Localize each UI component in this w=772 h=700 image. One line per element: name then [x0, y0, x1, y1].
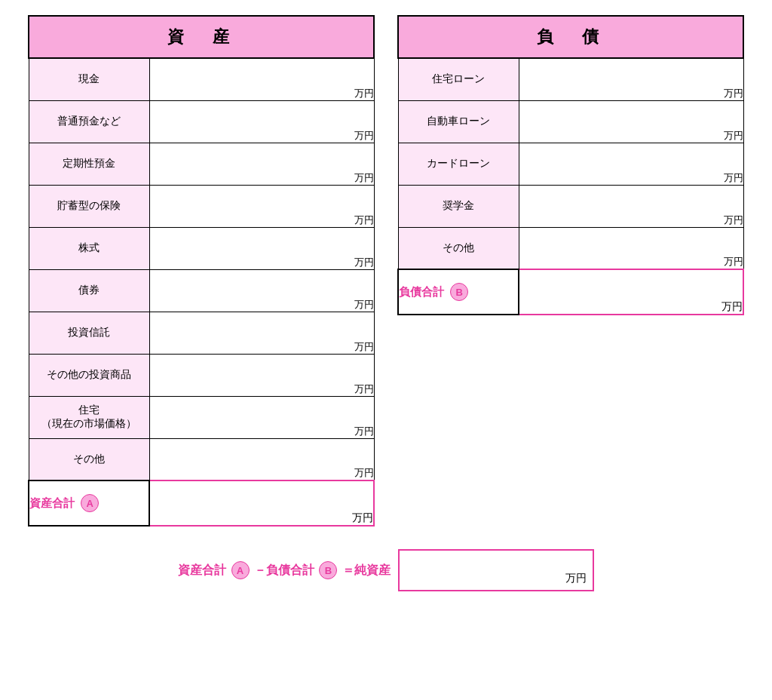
liabilities-table: 負 債 住宅ローン 万円 自動車ローン 万円 カードローン 万円 奨学金 万円 … — [397, 15, 744, 315]
assets-label-8: 住宅（現在の市場価格） — [29, 396, 149, 438]
liabilities-value-3: 万円 — [519, 185, 743, 227]
assets-row: 現金 万円 — [29, 58, 374, 100]
net-assets-box: 万円 — [398, 549, 594, 591]
liabilities-label-3: 奨学金 — [398, 185, 519, 227]
assets-label-0: 現金 — [29, 58, 149, 100]
liabilities-total-value: 万円 — [519, 269, 743, 315]
assets-row: 株式 万円 — [29, 227, 374, 269]
assets-label-6: 投資信託 — [29, 312, 149, 354]
liabilities-label-2: カードローン — [398, 143, 519, 185]
assets-value-6: 万円 — [149, 312, 374, 354]
assets-table: 資 産 現金 万円 普通預金など 万円 定期性預金 万円 貯蓄型の保険 万円 株… — [28, 15, 375, 527]
assets-row: 投資信託 万円 — [29, 312, 374, 354]
liabilities-label-1: 自動車ローン — [398, 100, 519, 143]
liabilities-badge-b: B — [450, 283, 468, 301]
liabilities-value-4: 万円 — [519, 227, 743, 269]
assets-value-8: 万円 — [149, 396, 374, 438]
assets-row: 貯蓄型の保険 万円 — [29, 185, 374, 227]
assets-row: その他の投資商品 万円 — [29, 354, 374, 396]
assets-label-7: その他の投資商品 — [29, 354, 149, 396]
assets-row: 債券 万円 — [29, 269, 374, 312]
liabilities-row: カードローン 万円 — [398, 143, 743, 185]
liabilities-total-row: 負債合計 B 万円 — [398, 269, 743, 315]
assets-row: 住宅（現在の市場価格） 万円 — [29, 396, 374, 438]
assets-label-2: 定期性預金 — [29, 143, 149, 185]
formula-text: 資産合計 A －負債合計 B ＝純資産 — [178, 561, 391, 579]
assets-value-5: 万円 — [149, 269, 374, 312]
main-container: 資 産 現金 万円 普通預金など 万円 定期性預金 万円 貯蓄型の保険 万円 株… — [15, 15, 757, 527]
formula-badge-b: B — [319, 561, 337, 579]
assets-value-2: 万円 — [149, 143, 374, 185]
assets-row: 定期性預金 万円 — [29, 143, 374, 185]
assets-value-0: 万円 — [149, 58, 374, 100]
assets-total-row: 資産合計 A 万円 — [29, 480, 374, 526]
liabilities-value-0: 万円 — [519, 58, 743, 100]
assets-badge-a: A — [81, 494, 99, 512]
formula-badge-a: A — [231, 561, 250, 579]
liabilities-row: 自動車ローン 万円 — [398, 100, 743, 143]
liabilities-value-2: 万円 — [519, 143, 743, 185]
assets-value-4: 万円 — [149, 227, 374, 269]
assets-value-9: 万円 — [149, 438, 374, 480]
assets-value-3: 万円 — [149, 185, 374, 227]
formula-row: 資産合計 A －負債合計 B ＝純資産 万円 — [15, 549, 757, 591]
liabilities-header: 負 債 — [398, 16, 743, 58]
assets-row: その他 万円 — [29, 438, 374, 480]
assets-total-label: 資産合計 A — [29, 480, 149, 526]
liabilities-label-0: 住宅ローン — [398, 58, 519, 100]
liabilities-row: 奨学金 万円 — [398, 185, 743, 227]
assets-label-5: 債券 — [29, 269, 149, 312]
liabilities-label-4: その他 — [398, 227, 519, 269]
assets-label-9: その他 — [29, 438, 149, 480]
assets-header: 資 産 — [29, 16, 374, 58]
assets-label-1: 普通預金など — [29, 100, 149, 143]
liabilities-value-1: 万円 — [519, 100, 743, 143]
assets-value-1: 万円 — [149, 100, 374, 143]
assets-row: 普通預金など 万円 — [29, 100, 374, 143]
liabilities-row: その他 万円 — [398, 227, 743, 269]
assets-value-7: 万円 — [149, 354, 374, 396]
liabilities-row: 住宅ローン 万円 — [398, 58, 743, 100]
assets-label-3: 貯蓄型の保険 — [29, 185, 149, 227]
liabilities-total-label: 負債合計 B — [398, 269, 519, 315]
assets-total-value: 万円 — [149, 480, 374, 526]
assets-label-4: 株式 — [29, 227, 149, 269]
